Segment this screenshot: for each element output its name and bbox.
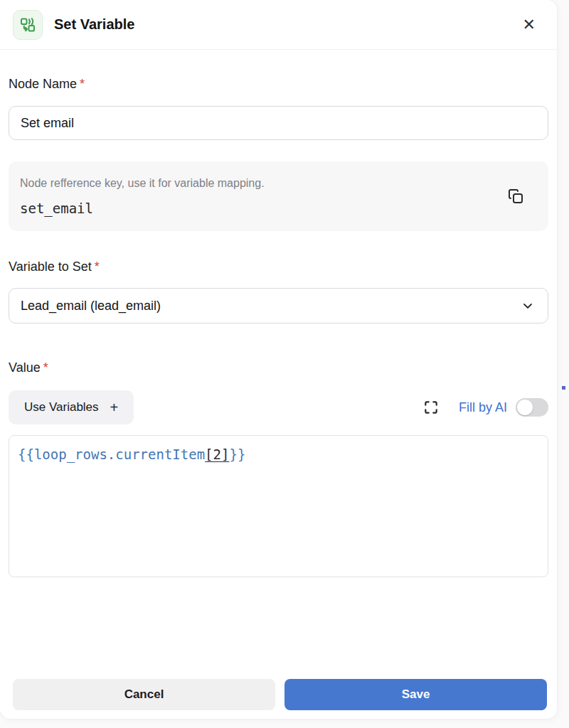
value-label: Value* bbox=[9, 358, 548, 378]
value-code-editor[interactable]: {{loop_rows.currentItem[2]}} bbox=[9, 435, 548, 577]
close-icon[interactable]: ✕ bbox=[520, 16, 538, 34]
required-marker: * bbox=[95, 259, 100, 274]
node-name-input[interactable] bbox=[9, 106, 548, 140]
code-text: {{loop_rows.currentItem bbox=[18, 446, 205, 462]
node-name-label: Node Name* bbox=[9, 74, 548, 94]
cancel-button[interactable]: Cancel bbox=[13, 679, 275, 710]
plus-icon: + bbox=[110, 400, 119, 416]
set-variable-icon bbox=[13, 10, 43, 40]
code-text: }} bbox=[229, 446, 245, 462]
panel-header: Set Variable ✕ bbox=[0, 0, 557, 50]
use-variables-button[interactable]: Use Variables + bbox=[9, 390, 134, 424]
value-toolbar: Use Variables + Fill by AI bbox=[9, 390, 548, 424]
toggle-knob bbox=[517, 400, 533, 415]
code-highlight: [2] bbox=[205, 446, 229, 462]
required-marker: * bbox=[43, 360, 48, 375]
copy-icon[interactable] bbox=[506, 186, 526, 206]
panel-title: Set Variable bbox=[54, 16, 520, 33]
chevron-down-icon bbox=[521, 299, 535, 313]
set-variable-panel: Set Variable ✕ Node Name* Node refferenc… bbox=[0, 0, 557, 719]
edge-artifact bbox=[562, 386, 565, 390]
selected-variable: Lead_email (lead_email) bbox=[21, 299, 521, 314]
variable-to-set-select[interactable]: Lead_email (lead_email) bbox=[9, 288, 548, 323]
node-reference-hint: Node refference key, use it for variable… bbox=[20, 176, 537, 191]
fill-by-ai-toggle[interactable] bbox=[516, 398, 548, 417]
fill-by-ai-label: Fill by AI bbox=[459, 400, 507, 415]
save-button[interactable]: Save bbox=[284, 679, 547, 710]
node-reference-box: Node refference key, use it for variable… bbox=[9, 161, 548, 231]
variable-to-set-label: Variable to Set* bbox=[9, 257, 548, 277]
panel-body: Node Name* Node refference key, use it f… bbox=[0, 74, 557, 577]
expand-icon[interactable] bbox=[422, 398, 440, 417]
required-marker: * bbox=[80, 77, 85, 91]
panel-footer: Cancel Save bbox=[13, 679, 547, 710]
node-reference-key: set_email bbox=[20, 200, 537, 217]
